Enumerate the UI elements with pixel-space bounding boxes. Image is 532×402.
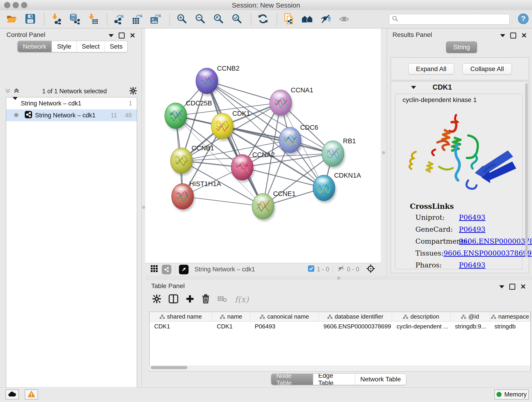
network-row[interactable]: String Network – cdk1 11 48 (6, 109, 137, 121)
import-table-button[interactable] (87, 13, 99, 26)
zoom-fit-button[interactable] (213, 13, 225, 26)
export-network-button[interactable] (113, 13, 125, 26)
open-session-button[interactable] (6, 13, 18, 26)
node-ccna2[interactable] (231, 154, 254, 182)
fit-selected-crosshair-icon[interactable] (366, 264, 375, 275)
node-ccnb1[interactable] (171, 148, 194, 176)
export-image-button[interactable] (150, 13, 162, 26)
hide-glass-effect-button[interactable] (320, 13, 332, 26)
results-panel-menu-caret[interactable] (500, 34, 505, 37)
crosslink-value-link[interactable]: P06493 (459, 213, 486, 221)
network-collection-row[interactable]: String Network – cdk1 1 (6, 97, 137, 109)
column-header-2[interactable]: canonical name (250, 312, 319, 321)
left-splitter-handle[interactable] (142, 206, 145, 209)
tab-style[interactable]: Style (52, 41, 77, 52)
table-panel-close-icon[interactable]: ✕ (520, 284, 526, 289)
table-cell[interactable]: stringdb:9... (450, 322, 490, 331)
zoom-out-button[interactable] (194, 13, 206, 26)
expand-all-networks-icon[interactable] (13, 88, 20, 95)
tab-edge-table[interactable]: Edge Table (313, 374, 355, 385)
show-columns-icon[interactable] (169, 294, 178, 304)
expand-all-button[interactable]: Expand All (408, 64, 454, 75)
column-header-1[interactable]: name (212, 312, 250, 321)
zoom-selected-button[interactable] (231, 13, 243, 26)
column-header-3[interactable]: database identifier (319, 312, 392, 321)
table-settings-gear-icon[interactable] (152, 294, 161, 304)
node-hist1h1a[interactable] (172, 184, 195, 211)
table-scrollbar-thumb[interactable] (151, 366, 187, 369)
show-glass-effect-button[interactable] (338, 13, 350, 26)
node-cdc6[interactable] (279, 127, 302, 155)
network-canvas[interactable]: CCNB2CCNA1CDC25BCDK1CDC6RB1CCNB1CCNA2CDK… (145, 28, 381, 263)
import-network-file-button[interactable] (51, 13, 62, 26)
crosslink-value-link[interactable]: P06493 (459, 225, 486, 233)
cloud-status-button[interactable] (6, 389, 19, 400)
nodes-selected-checkbox[interactable] (308, 265, 315, 274)
control-panel-menu-caret[interactable] (109, 34, 114, 37)
export-table-button[interactable] (132, 13, 143, 26)
results-panel-close-icon[interactable]: ✕ (521, 33, 527, 38)
collection-caret-icon[interactable] (13, 100, 18, 107)
save-session-button[interactable] (24, 13, 36, 26)
crosslink-value-link[interactable]: 9606.ENSP00000378699 (443, 249, 532, 257)
tab-string[interactable]: String (446, 41, 477, 53)
zoom-in-button[interactable] (176, 13, 188, 26)
show-all-networks-button[interactable] (302, 13, 313, 26)
table-cell[interactable]: stringdb (490, 322, 530, 331)
table-cell[interactable]: CDK1 (150, 322, 212, 331)
horizontal-splitter-handle[interactable] (337, 277, 340, 280)
import-network-database-button[interactable] (69, 13, 81, 26)
column-header-6[interactable]: namespace (490, 312, 530, 321)
node-ccna1[interactable] (270, 90, 293, 118)
network-options-gear-icon[interactable] (129, 87, 137, 96)
table-panel-menu-caret[interactable] (499, 285, 504, 288)
table-cell[interactable]: P06493 (250, 322, 319, 331)
table-horizontal-scrollbar[interactable] (149, 365, 530, 370)
collapse-all-networks-icon[interactable] (5, 88, 11, 95)
control-panel-float-icon[interactable] (119, 32, 125, 38)
tab-select[interactable]: Select (77, 41, 105, 52)
memory-button[interactable]: Memory (494, 389, 529, 400)
help-button[interactable]: ? (517, 13, 529, 26)
clone-network-button[interactable] (283, 13, 295, 26)
results-scrollbar[interactable] (525, 83, 528, 257)
node-cdk1[interactable] (211, 113, 234, 141)
network-share-view-button[interactable] (162, 265, 171, 274)
right-splitter-handle[interactable] (382, 151, 385, 154)
tab-node-table[interactable]: Node Table (271, 374, 313, 385)
tab-network[interactable]: Network (18, 41, 52, 52)
node-cdc25b[interactable] (165, 103, 188, 131)
control-panel-close-icon[interactable]: ✕ (130, 33, 135, 38)
collapse-all-button[interactable]: Collapse All (462, 64, 512, 75)
node-cdkn1a[interactable] (313, 175, 336, 203)
grid-view-icon[interactable] (150, 265, 158, 274)
column-header-5[interactable]: @id (450, 312, 490, 321)
delete-column-icon[interactable] (202, 294, 210, 304)
search-box[interactable] (389, 14, 510, 25)
apply-layout-button[interactable] (257, 13, 269, 26)
table-cell[interactable]: CDK1 (212, 322, 250, 331)
node-gloss-highlight (214, 115, 228, 123)
horizontal-splitter[interactable] (145, 276, 532, 280)
node-ccnb2[interactable] (196, 68, 219, 96)
delete-table-icon[interactable] (217, 295, 227, 304)
crosslink-value-link[interactable]: 9606.ENSP00000378699 (459, 237, 532, 245)
column-header-0[interactable]: shared name (150, 312, 212, 321)
crosslink-value-link[interactable]: P06493 (459, 261, 486, 269)
node-ccne1[interactable] (252, 193, 275, 221)
gene-section-caret[interactable] (411, 86, 416, 89)
table-cell[interactable]: cyclin-dependent ... (392, 322, 450, 331)
gene-section-header[interactable]: CDK1 (391, 81, 529, 93)
function-builder-icon[interactable]: f(x) (234, 295, 249, 304)
table-panel-float-icon[interactable] (509, 284, 515, 290)
table-cell[interactable]: 9606.ENSP00000378699 (319, 322, 392, 331)
search-input[interactable] (399, 15, 507, 23)
tab-sets[interactable]: Sets (105, 41, 127, 52)
birds-eye-view-button[interactable] (179, 265, 189, 274)
tab-network-table[interactable]: Network Table (355, 374, 406, 385)
results-panel-float-icon[interactable] (510, 32, 516, 38)
warnings-button[interactable] (25, 389, 38, 400)
column-header-4[interactable]: description (392, 312, 450, 321)
node-rb1[interactable] (322, 141, 345, 168)
add-column-icon[interactable] (186, 294, 194, 304)
